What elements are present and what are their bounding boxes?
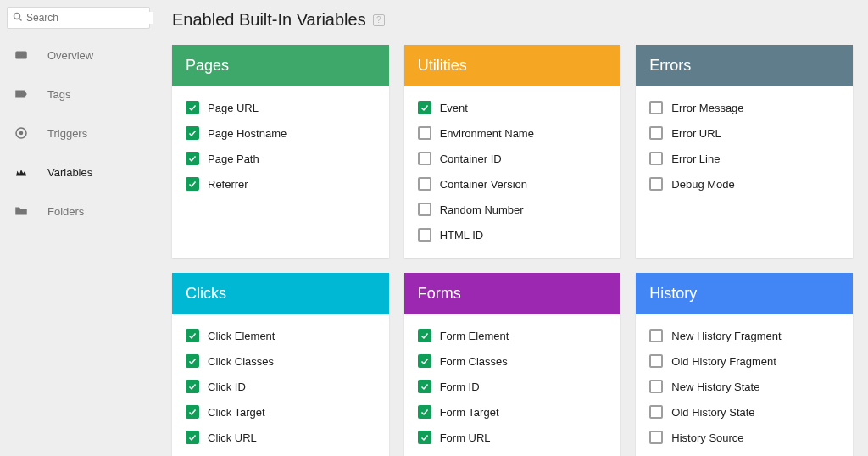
variable-row[interactable]: New History Fragment [649,323,839,348]
trigger-icon [14,125,29,141]
sidebar-item-variables[interactable]: Variables [0,153,157,192]
variable-row[interactable]: New History State [649,374,839,399]
svg-point-0 [14,13,20,19]
variable-label: Click URL [208,431,257,444]
variable-row[interactable]: Debug Mode [649,171,839,197]
checkbox[interactable] [186,354,199,368]
checkbox[interactable] [418,228,431,242]
checkbox[interactable] [186,152,199,165]
variable-label: Page Hostname [208,127,287,140]
checkbox[interactable] [418,126,431,140]
variable-row[interactable]: Form ID [418,374,608,399]
checkbox[interactable] [418,329,431,342]
card-header: Forms [404,273,621,314]
nav: OverviewTagsTriggersVariablesFolders [0,36,157,231]
variable-row[interactable]: Error Message [649,95,839,120]
variable-label: HTML ID [440,229,484,242]
sidebar-item-folders[interactable]: Folders [0,192,157,231]
checkbox[interactable] [418,380,431,393]
card-header: Errors [636,45,853,86]
checkbox[interactable] [649,354,663,368]
checkbox[interactable] [418,405,431,419]
variable-label: Click Element [208,330,275,342]
sidebar-item-label: Folders [47,205,84,218]
variable-row[interactable]: Random Number [418,197,608,222]
checkbox[interactable] [418,431,431,444]
variable-row[interactable]: Page Hostname [186,120,376,146]
card-history: HistoryNew History FragmentOld History F… [636,273,853,456]
variable-row[interactable]: Form Classes [418,348,608,374]
variable-label: Page URL [208,102,259,114]
checkbox[interactable] [186,101,199,114]
card-utilities: UtilitiesEventEnvironment NameContainer … [404,45,621,258]
checkbox[interactable] [186,380,199,393]
checkbox[interactable] [649,126,663,140]
sidebar-item-label: Overview [47,49,93,62]
variable-row[interactable]: Container Version [418,171,608,197]
sidebar: OverviewTagsTriggersVariablesFolders [0,0,157,456]
variable-row[interactable]: Click Target [186,399,376,425]
card-pages: PagesPage URLPage HostnamePage PathRefer… [172,45,389,258]
help-icon[interactable]: ? [373,14,385,26]
checkbox[interactable] [418,177,431,191]
checkbox[interactable] [186,177,199,191]
card-errors: ErrorsError MessageError URLError LineDe… [636,45,853,258]
checkbox[interactable] [186,126,199,140]
card-body: Error MessageError URLError LineDebug Mo… [636,86,853,207]
checkbox[interactable] [186,405,199,419]
variable-row[interactable]: Click Element [186,323,376,348]
variable-label: Click Target [208,406,265,419]
sidebar-item-tags[interactable]: Tags [0,75,157,114]
variable-row[interactable]: Container ID [418,146,608,171]
checkbox[interactable] [649,405,663,419]
sidebar-item-overview[interactable]: Overview [0,36,157,75]
variable-row[interactable]: History Source [649,425,839,450]
checkbox[interactable] [186,431,199,444]
checkbox[interactable] [649,329,663,342]
variable-label: Click Classes [208,355,274,368]
variable-row[interactable]: Click ID [186,374,376,399]
checkbox[interactable] [649,177,663,191]
variable-row[interactable]: Click URL [186,425,376,450]
checkbox[interactable] [649,380,663,393]
svg-rect-2 [15,52,27,59]
variable-row[interactable]: Environment Name [418,120,608,146]
variable-label: Random Number [440,203,524,216]
checkbox[interactable] [186,329,199,342]
variable-row[interactable]: Page Path [186,146,376,171]
variable-row[interactable]: Form Target [418,399,608,425]
variable-row[interactable]: HTML ID [418,222,608,247]
checkbox[interactable] [418,152,431,165]
variable-row[interactable]: Event [418,95,608,120]
variable-row[interactable]: Error URL [649,120,839,146]
checkbox[interactable] [418,101,431,114]
main-content: Enabled Built-In Variables ? PagesPage U… [157,0,868,456]
sidebar-item-label: Variables [47,166,92,179]
variable-row[interactable]: Click Text [186,450,376,456]
checkbox[interactable] [649,152,663,165]
search-box[interactable] [7,7,150,29]
variable-label: Click ID [208,381,246,393]
variable-row[interactable]: Form URL [418,425,608,450]
card-header: Clicks [172,273,389,314]
card-body: Page URLPage HostnamePage PathReferrer [172,86,389,207]
variable-row[interactable]: Old History State [649,399,839,425]
checkbox[interactable] [649,431,663,444]
variable-row[interactable]: Old History Fragment [649,348,839,374]
variable-label: Error Message [671,102,743,114]
search-input[interactable] [26,12,153,24]
overview-icon [14,47,29,63]
variable-label: Form URL [440,431,491,444]
variable-row[interactable]: Page URL [186,95,376,120]
variable-label: Form Target [440,406,499,419]
tag-icon [14,86,29,102]
variable-row[interactable]: Form Text [418,450,608,456]
checkbox[interactable] [418,203,431,216]
variable-row[interactable]: Form Element [418,323,608,348]
variable-row[interactable]: Error Line [649,146,839,171]
sidebar-item-triggers[interactable]: Triggers [0,114,157,153]
checkbox[interactable] [649,101,663,114]
checkbox[interactable] [418,354,431,368]
variable-row[interactable]: Click Classes [186,348,376,374]
variable-row[interactable]: Referrer [186,171,376,197]
